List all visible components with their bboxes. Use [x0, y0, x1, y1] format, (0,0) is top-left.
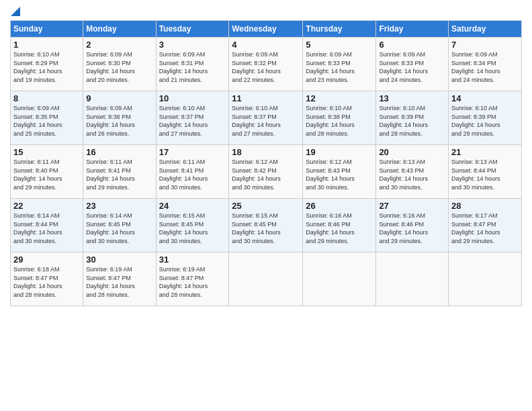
day-info: Sunrise: 6:09 AM Sunset: 8:30 PM Dayligh…	[86, 50, 152, 84]
calendar-cell: 26Sunrise: 6:16 AM Sunset: 8:46 PM Dayli…	[303, 199, 376, 253]
day-info: Sunrise: 6:14 AM Sunset: 8:44 PM Dayligh…	[13, 212, 80, 245]
day-info: Sunrise: 6:10 AM Sunset: 8:38 PM Dayligh…	[306, 104, 373, 138]
calendar-cell: 16Sunrise: 6:11 AM Sunset: 8:41 PM Dayli…	[83, 145, 156, 199]
day-number: 24	[159, 201, 226, 211]
calendar-cell: 10Sunrise: 6:10 AM Sunset: 8:37 PM Dayli…	[156, 91, 229, 145]
day-info: Sunrise: 6:10 AM Sunset: 8:37 PM Dayligh…	[232, 104, 300, 138]
calendar-cell: 5Sunrise: 6:09 AM Sunset: 8:33 PM Daylig…	[303, 38, 376, 91]
day-number: 9	[86, 93, 152, 103]
day-info: Sunrise: 6:18 AM Sunset: 8:47 PM Dayligh…	[13, 265, 80, 299]
day-number: 5	[306, 40, 373, 50]
day-info: Sunrise: 6:10 AM Sunset: 8:39 PM Dayligh…	[451, 104, 519, 138]
calendar-cell: 21Sunrise: 6:13 AM Sunset: 8:44 PM Dayli…	[449, 145, 522, 199]
day-number: 14	[451, 93, 519, 103]
day-info: Sunrise: 6:11 AM Sunset: 8:41 PM Dayligh…	[86, 158, 152, 191]
day-info: Sunrise: 6:10 AM Sunset: 8:39 PM Dayligh…	[379, 104, 445, 138]
day-info: Sunrise: 6:09 AM Sunset: 8:33 PM Dayligh…	[379, 50, 445, 84]
calendar-week-row: 22Sunrise: 6:14 AM Sunset: 8:44 PM Dayli…	[11, 199, 522, 253]
calendar-week-row: 1Sunrise: 6:10 AM Sunset: 8:29 PM Daylig…	[11, 38, 522, 91]
header-saturday: Saturday	[449, 21, 522, 38]
day-info: Sunrise: 6:12 AM Sunset: 8:42 PM Dayligh…	[232, 158, 300, 191]
calendar-cell: 22Sunrise: 6:14 AM Sunset: 8:44 PM Dayli…	[11, 199, 83, 253]
day-number: 3	[159, 40, 226, 50]
day-info: Sunrise: 6:09 AM Sunset: 8:33 PM Dayligh…	[306, 50, 373, 84]
day-number: 30	[86, 255, 152, 265]
calendar-cell: 6Sunrise: 6:09 AM Sunset: 8:33 PM Daylig…	[376, 38, 449, 91]
logo-arrow-icon	[11, 7, 20, 16]
day-info: Sunrise: 6:10 AM Sunset: 8:29 PM Dayligh…	[13, 50, 80, 84]
header-monday: Monday	[83, 21, 156, 38]
calendar-cell: 18Sunrise: 6:12 AM Sunset: 8:42 PM Dayli…	[229, 145, 303, 199]
day-number: 2	[86, 40, 152, 50]
day-number: 23	[86, 201, 152, 211]
calendar-cell: 4Sunrise: 6:09 AM Sunset: 8:32 PM Daylig…	[229, 38, 303, 91]
day-number: 4	[232, 40, 300, 50]
day-info: Sunrise: 6:16 AM Sunset: 8:46 PM Dayligh…	[379, 212, 445, 245]
day-info: Sunrise: 6:12 AM Sunset: 8:43 PM Dayligh…	[306, 158, 373, 191]
day-number: 29	[13, 255, 80, 265]
calendar-cell: 11Sunrise: 6:10 AM Sunset: 8:37 PM Dayli…	[229, 91, 303, 145]
calendar-cell: 25Sunrise: 6:15 AM Sunset: 8:45 PM Dayli…	[229, 199, 303, 253]
calendar-cell: 2Sunrise: 6:09 AM Sunset: 8:30 PM Daylig…	[83, 38, 156, 91]
calendar-cell: 13Sunrise: 6:10 AM Sunset: 8:39 PM Dayli…	[376, 91, 449, 145]
day-number: 22	[13, 201, 80, 211]
header-thursday: Thursday	[303, 21, 376, 38]
day-info: Sunrise: 6:19 AM Sunset: 8:47 PM Dayligh…	[159, 265, 226, 299]
svg-marker-0	[11, 7, 20, 16]
calendar-cell: 3Sunrise: 6:09 AM Sunset: 8:31 PM Daylig…	[156, 38, 229, 91]
day-info: Sunrise: 6:09 AM Sunset: 8:36 PM Dayligh…	[86, 104, 152, 138]
calendar-cell: 8Sunrise: 6:09 AM Sunset: 8:35 PM Daylig…	[11, 91, 83, 145]
day-number: 19	[306, 147, 373, 157]
calendar-cell: 15Sunrise: 6:11 AM Sunset: 8:40 PM Dayli…	[11, 145, 83, 199]
header-tuesday: Tuesday	[156, 21, 229, 38]
day-info: Sunrise: 6:11 AM Sunset: 8:40 PM Dayligh…	[13, 158, 80, 191]
day-number: 10	[159, 93, 226, 103]
day-info: Sunrise: 6:11 AM Sunset: 8:41 PM Dayligh…	[159, 158, 226, 191]
calendar-cell: 20Sunrise: 6:13 AM Sunset: 8:43 PM Dayli…	[376, 145, 449, 199]
page: Sunday Monday Tuesday Wednesday Thursday…	[0, 0, 532, 411]
calendar-table: Sunday Monday Tuesday Wednesday Thursday…	[10, 20, 522, 306]
day-info: Sunrise: 6:09 AM Sunset: 8:32 PM Dayligh…	[232, 50, 300, 84]
calendar-cell: 7Sunrise: 6:09 AM Sunset: 8:34 PM Daylig…	[449, 38, 522, 91]
day-number: 28	[451, 201, 519, 211]
day-info: Sunrise: 6:09 AM Sunset: 8:35 PM Dayligh…	[13, 104, 80, 138]
calendar-cell: 23Sunrise: 6:14 AM Sunset: 8:45 PM Dayli…	[83, 199, 156, 253]
day-number: 6	[379, 40, 445, 50]
calendar-cell: 19Sunrise: 6:12 AM Sunset: 8:43 PM Dayli…	[303, 145, 376, 199]
day-number: 12	[306, 93, 373, 103]
calendar-week-row: 8Sunrise: 6:09 AM Sunset: 8:35 PM Daylig…	[11, 91, 522, 145]
day-number: 7	[451, 40, 519, 50]
day-info: Sunrise: 6:13 AM Sunset: 8:43 PM Dayligh…	[379, 158, 445, 191]
calendar-cell	[229, 253, 303, 306]
calendar-cell: 1Sunrise: 6:10 AM Sunset: 8:29 PM Daylig…	[11, 38, 83, 91]
day-number: 18	[232, 147, 300, 157]
calendar-header-row: Sunday Monday Tuesday Wednesday Thursday…	[11, 21, 522, 38]
day-info: Sunrise: 6:15 AM Sunset: 8:45 PM Dayligh…	[232, 212, 300, 245]
day-number: 21	[451, 147, 519, 157]
day-number: 13	[379, 93, 445, 103]
header-wednesday: Wednesday	[229, 21, 303, 38]
day-info: Sunrise: 6:13 AM Sunset: 8:44 PM Dayligh…	[451, 158, 519, 191]
calendar-cell: 12Sunrise: 6:10 AM Sunset: 8:38 PM Dayli…	[303, 91, 376, 145]
day-info: Sunrise: 6:14 AM Sunset: 8:45 PM Dayligh…	[86, 212, 152, 245]
calendar-cell: 31Sunrise: 6:19 AM Sunset: 8:47 PM Dayli…	[156, 253, 229, 306]
calendar-cell	[376, 253, 449, 306]
day-info: Sunrise: 6:09 AM Sunset: 8:31 PM Dayligh…	[159, 50, 226, 84]
day-number: 20	[379, 147, 445, 157]
day-number: 31	[159, 255, 226, 265]
day-number: 26	[306, 201, 373, 211]
day-info: Sunrise: 6:09 AM Sunset: 8:34 PM Dayligh…	[451, 50, 519, 84]
day-number: 27	[379, 201, 445, 211]
day-info: Sunrise: 6:10 AM Sunset: 8:37 PM Dayligh…	[159, 104, 226, 138]
day-number: 8	[13, 93, 80, 103]
logo	[10, 7, 20, 16]
day-number: 11	[232, 93, 300, 103]
calendar-cell	[449, 253, 522, 306]
header-sunday: Sunday	[11, 21, 83, 38]
calendar-cell: 17Sunrise: 6:11 AM Sunset: 8:41 PM Dayli…	[156, 145, 229, 199]
calendar-cell: 14Sunrise: 6:10 AM Sunset: 8:39 PM Dayli…	[449, 91, 522, 145]
calendar-cell: 9Sunrise: 6:09 AM Sunset: 8:36 PM Daylig…	[83, 91, 156, 145]
day-number: 17	[159, 147, 226, 157]
calendar-cell: 24Sunrise: 6:15 AM Sunset: 8:45 PM Dayli…	[156, 199, 229, 253]
day-info: Sunrise: 6:16 AM Sunset: 8:46 PM Dayligh…	[306, 212, 373, 245]
